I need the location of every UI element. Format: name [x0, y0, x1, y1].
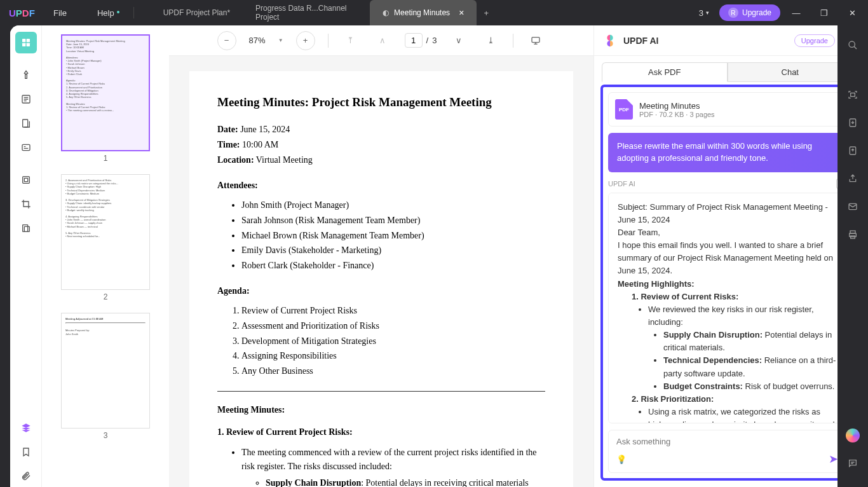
pdf-icon: PDF	[615, 99, 633, 120]
page-setup-icon[interactable]	[15, 113, 37, 134]
first-page-icon[interactable]: ⤒	[341, 31, 360, 50]
list-item: The meeting commenced with a review of t…	[241, 446, 545, 487]
main-area: Meeting Minutes: Project Risk Management…	[10, 25, 860, 487]
list-item: Assigning Responsibilities	[241, 349, 545, 363]
svg-rect-1	[26, 39, 29, 42]
send-icon[interactable]: ➤	[829, 452, 838, 466]
highlighter-icon[interactable]	[15, 64, 37, 86]
ai-title: UPDF AI	[623, 36, 788, 46]
zoom-in-icon[interactable]: +	[296, 31, 315, 50]
svg-point-12	[849, 41, 855, 47]
viewer-toolbar: − 87% ▼ + ⤒ ∧ / 3 ∨ ⤓	[169, 25, 593, 56]
tab-loading-icon: ◐	[383, 8, 389, 17]
svg-rect-10	[24, 226, 29, 231]
thumb-label-1: 1	[104, 154, 108, 163]
doc-title: Meeting Minutes: Project Risk Management…	[217, 93, 545, 111]
document-page: Meeting Minutes: Project Risk Management…	[189, 71, 573, 487]
search-icon[interactable]	[842, 34, 864, 56]
menu-help[interactable]: Help	[82, 8, 130, 18]
ai-tab-chat[interactable]: Chat	[728, 62, 853, 82]
list-item: Assessment and Prioritization of Risks	[241, 319, 545, 333]
list-item: Robert Clark (Stakeholder - Finance)	[241, 259, 545, 273]
stamp-icon[interactable]	[15, 217, 37, 239]
ai-tab-ask-pdf[interactable]: Ask PDF	[602, 62, 728, 82]
close-icon[interactable]: ✕	[840, 3, 864, 23]
lightbulb-icon[interactable]: 💡	[616, 455, 627, 464]
crop-icon[interactable]	[15, 193, 37, 215]
ocr-tool-icon[interactable]	[842, 84, 864, 106]
svg-rect-8	[24, 178, 27, 181]
zoom-dropdown-icon[interactable]: ▼	[278, 38, 283, 43]
svg-rect-13	[851, 93, 855, 96]
list-item: Sarah Johnson (Risk Management Team Memb…	[241, 214, 545, 228]
ai-input[interactable]	[616, 437, 838, 452]
svg-rect-11	[532, 37, 539, 42]
left-toolbar	[10, 25, 42, 487]
thumbnail-page-3[interactable]: Meeting Adjourned at 11:00 AMMinutes Pre…	[61, 313, 150, 429]
next-page-icon[interactable]: ∨	[449, 31, 468, 50]
app-logo: UPDF	[0, 8, 38, 18]
zoom-out-icon[interactable]: −	[217, 31, 236, 50]
form-icon[interactable]	[15, 137, 37, 158]
svg-rect-0	[22, 39, 25, 42]
document-scroll[interactable]: Meeting Minutes: Project Risk Management…	[169, 56, 593, 487]
chevron-down-icon: ▾	[706, 10, 709, 16]
print-icon[interactable]	[842, 224, 864, 245]
thumbnail-page-2[interactable]: 2. Assessment and Prioritization of Risk…	[61, 174, 150, 290]
list-item: Michael Brown (Risk Management Team Memb…	[241, 229, 545, 243]
email-icon[interactable]	[842, 196, 864, 217]
tab-add-button[interactable]: +	[477, 0, 496, 25]
svg-rect-9	[22, 225, 27, 232]
ocr-icon[interactable]	[15, 169, 37, 191]
svg-rect-6	[22, 144, 30, 150]
ai-response-label: UPDF AI	[608, 179, 846, 189]
ai-file-card[interactable]: PDF Meeting Minutes PDF · 70.2 KB · 3 pa…	[608, 92, 846, 127]
svg-rect-2	[22, 43, 25, 46]
tab-close-icon[interactable]: ×	[459, 8, 464, 18]
maximize-icon[interactable]: ❐	[812, 3, 836, 23]
bookmark-icon[interactable]	[15, 441, 37, 463]
ai-conversation: PDF Meeting Minutes PDF · 70.2 KB · 3 pa…	[600, 85, 854, 481]
upgrade-button[interactable]: RUpgrade	[719, 4, 780, 21]
thumbnail-page-1[interactable]: Meeting Minutes: Project Risk Management…	[61, 34, 150, 151]
titlebar: UPDF File Help UPDF Project Plan* Progre…	[0, 0, 868, 25]
share-icon[interactable]	[842, 168, 864, 189]
attachment-icon[interactable]	[15, 465, 37, 487]
tab-progress-data[interactable]: Progress Data R...Channel Project	[243, 0, 370, 25]
tab-project-plan[interactable]: UPDF Project Plan*	[151, 0, 243, 25]
prev-page-icon[interactable]: ∧	[373, 31, 392, 50]
ai-tabs: Ask PDF Chat	[594, 56, 860, 82]
page-indicator: / 3	[405, 33, 437, 48]
page-input[interactable]	[405, 33, 423, 48]
notification-count[interactable]: 3 ▾	[693, 6, 715, 20]
tab-bar: UPDF Project Plan* Progress Data R...Cha…	[151, 0, 693, 25]
convert-icon[interactable]	[842, 140, 864, 161]
ai-upgrade-button[interactable]: Upgrade	[794, 34, 835, 47]
tab-meeting-minutes[interactable]: ◐ Meeting Minutes ×	[370, 0, 477, 25]
text-edit-icon[interactable]	[15, 88, 37, 110]
thumb-label-2: 2	[104, 292, 108, 301]
svg-rect-5	[22, 120, 27, 127]
comment-icon[interactable]	[842, 453, 864, 474]
list-item: John Smith (Project Manager)	[241, 198, 545, 212]
ai-assistant-icon[interactable]	[842, 425, 864, 446]
thumb-label-3: 3	[104, 431, 108, 440]
presentation-icon[interactable]	[526, 31, 545, 50]
svg-rect-7	[22, 177, 29, 184]
ai-input-area: 💡 ➤	[608, 430, 846, 473]
ai-file-meta: PDF · 70.2 KB · 3 pages	[639, 111, 715, 118]
list-item: Development of Mitigation Strategies	[241, 334, 545, 348]
thumbnails-icon[interactable]	[15, 32, 37, 53]
export-icon[interactable]	[842, 112, 864, 134]
minimize-icon[interactable]: —	[784, 3, 808, 23]
menu-file[interactable]: File	[38, 8, 82, 18]
ai-response: Subject: Summary of Project Risk Managem…	[608, 193, 846, 423]
thumbnail-panel: Meeting Minutes: Project Risk Management…	[42, 25, 169, 487]
list-item: Review of Current Project Risks	[241, 304, 545, 318]
layers-icon[interactable]	[15, 417, 37, 439]
ai-user-prompt: Please rewrite the email within 300 word…	[608, 133, 846, 172]
svg-rect-3	[26, 43, 29, 46]
last-page-icon[interactable]: ⤓	[481, 31, 500, 50]
ai-file-name: Meeting Minutes	[639, 101, 715, 111]
list-item: Any Other Business	[241, 364, 545, 378]
